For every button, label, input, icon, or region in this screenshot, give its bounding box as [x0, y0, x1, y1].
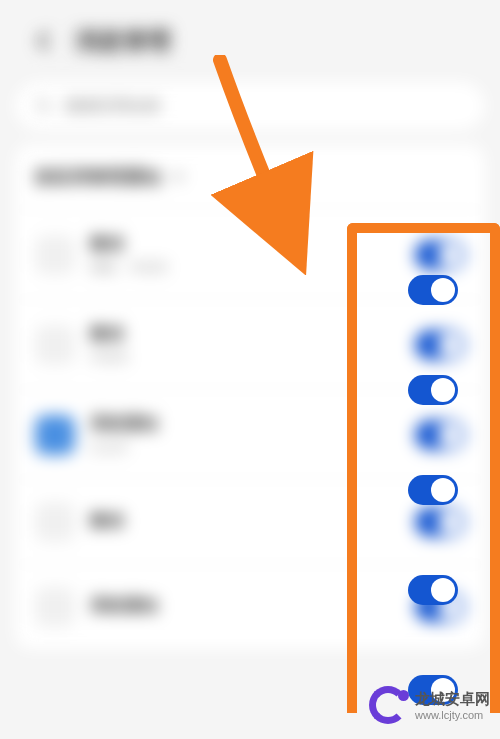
item-subtitle: 横幅、声音等 [90, 259, 400, 277]
item-title: 系统通知 [90, 412, 400, 435]
list-item[interactable]: 系统通知 已允许 [15, 389, 485, 479]
app-icon [35, 502, 75, 542]
item-title: 微信 [90, 509, 400, 532]
item-title: 微信 [90, 322, 400, 345]
item-title: 系统通知 [90, 594, 400, 617]
toggle-switch[interactable] [415, 507, 465, 537]
search-container[interactable] [15, 82, 485, 130]
item-content: 系统通知 已允许 [90, 412, 400, 457]
panel-header: 按应用管理通知 [15, 145, 485, 209]
chevron-left-icon [37, 31, 49, 51]
settings-panel: 按应用管理通知 微信 横幅、声音等 微信 声音等 系统通知 已允许 微信 [15, 145, 485, 649]
chevron-down-icon [171, 172, 185, 182]
list-item[interactable]: 微信 横幅、声音等 [15, 209, 485, 299]
toggle-switch[interactable] [415, 420, 465, 450]
list-item[interactable]: 系统通知 [15, 564, 485, 649]
app-icon [35, 235, 75, 275]
back-button[interactable] [30, 29, 55, 54]
toggle-switch[interactable] [415, 330, 465, 360]
search-icon [35, 97, 53, 115]
item-subtitle: 声音等 [90, 349, 400, 367]
item-content: 微信 横幅、声音等 [90, 232, 400, 277]
toggle-switch[interactable] [415, 240, 465, 270]
app-icon [35, 587, 75, 627]
item-subtitle: 已允许 [90, 439, 400, 457]
list-item[interactable]: 微信 [15, 479, 485, 564]
toggle-switch[interactable] [415, 592, 465, 622]
app-icon [35, 415, 75, 455]
svg-point-0 [37, 99, 48, 110]
item-content: 系统通知 [90, 594, 400, 621]
app-icon [35, 325, 75, 365]
svg-line-1 [46, 108, 51, 113]
header: 消息管理 [0, 0, 500, 82]
panel-title: 按应用管理通知 [35, 165, 161, 189]
item-title: 微信 [90, 232, 400, 255]
search-input[interactable] [65, 97, 465, 115]
item-content: 微信 声音等 [90, 322, 400, 367]
list-item[interactable]: 微信 声音等 [15, 299, 485, 389]
item-content: 微信 [90, 509, 400, 536]
page-title: 消息管理 [75, 25, 171, 57]
